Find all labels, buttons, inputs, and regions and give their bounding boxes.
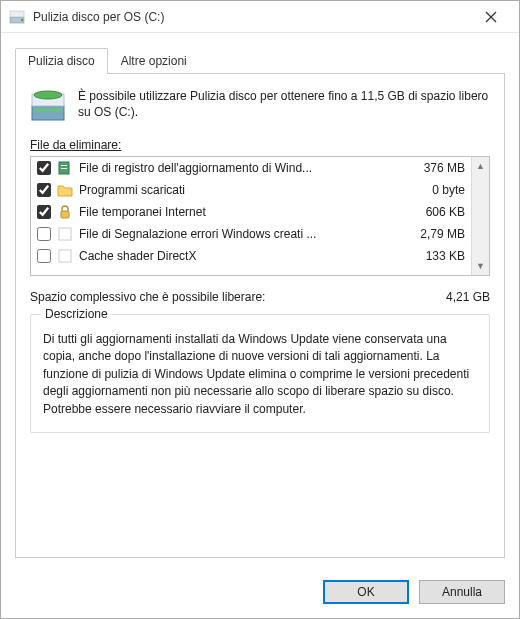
file-size: 133 KB bbox=[405, 249, 465, 263]
files-label: File da eliminare: bbox=[30, 138, 490, 152]
svg-point-7 bbox=[34, 91, 62, 99]
tab-more-options[interactable]: Altre opzioni bbox=[108, 48, 200, 74]
titlebar: Pulizia disco per OS (C:) bbox=[1, 1, 519, 33]
file-checkbox[interactable] bbox=[37, 227, 51, 241]
cancel-button[interactable]: Annulla bbox=[419, 580, 505, 604]
window-title: Pulizia disco per OS (C:) bbox=[33, 10, 471, 24]
close-button[interactable] bbox=[471, 3, 511, 31]
file-checkbox[interactable] bbox=[37, 183, 51, 197]
svg-rect-8 bbox=[34, 109, 62, 111]
file-checkbox[interactable] bbox=[37, 249, 51, 263]
ok-button[interactable]: OK bbox=[323, 580, 409, 604]
scrollbar[interactable]: ▲ ▼ bbox=[471, 157, 489, 275]
file-name: File di registro dell'aggiornamento di W… bbox=[79, 161, 399, 175]
description-body: Di tutti gli aggiornamenti installati da… bbox=[43, 331, 477, 418]
svg-rect-12 bbox=[61, 211, 69, 218]
file-row[interactable]: Cache shader DirectX133 KB bbox=[31, 245, 471, 267]
svg-rect-10 bbox=[61, 165, 67, 166]
button-row: OK Annulla bbox=[1, 570, 519, 618]
file-size: 2,79 MB bbox=[405, 227, 465, 241]
disk-icon bbox=[30, 88, 66, 124]
tab-disk-cleanup[interactable]: Pulizia disco bbox=[15, 48, 108, 74]
file-name: File temporanei Internet bbox=[79, 205, 399, 219]
svg-rect-13 bbox=[59, 228, 71, 240]
scroll-down-icon[interactable]: ▼ bbox=[472, 257, 489, 275]
description-group: Descrizione Di tutti gli aggiornamenti i… bbox=[30, 314, 490, 433]
file-row[interactable]: Programmi scaricati0 byte bbox=[31, 179, 471, 201]
file-list: File di registro dell'aggiornamento di W… bbox=[30, 156, 490, 276]
totals-value: 4,21 GB bbox=[446, 290, 490, 304]
file-row[interactable]: File temporanei Internet606 KB bbox=[31, 201, 471, 223]
file-row[interactable]: File di Segnalazione errori Windows crea… bbox=[31, 223, 471, 245]
tab-panel: È possibile utilizzare Pulizia disco per… bbox=[15, 74, 505, 558]
svg-rect-11 bbox=[61, 168, 67, 169]
tabs: Pulizia disco Altre opzioni bbox=[15, 47, 505, 74]
blank-icon bbox=[57, 248, 73, 264]
totals-label: Spazio complessivo che è possibile liber… bbox=[30, 290, 265, 304]
file-name: Cache shader DirectX bbox=[79, 249, 399, 263]
intro-row: È possibile utilizzare Pulizia disco per… bbox=[30, 88, 490, 124]
file-size: 606 KB bbox=[405, 205, 465, 219]
file-size: 0 byte bbox=[405, 183, 465, 197]
file-name: Programmi scaricati bbox=[79, 183, 399, 197]
description-legend: Descrizione bbox=[41, 307, 112, 321]
svg-rect-14 bbox=[59, 250, 71, 262]
doc-icon bbox=[57, 160, 73, 176]
intro-text: È possibile utilizzare Pulizia disco per… bbox=[78, 88, 490, 124]
file-name: File di Segnalazione errori Windows crea… bbox=[79, 227, 399, 241]
svg-rect-1 bbox=[10, 11, 24, 17]
scroll-up-icon[interactable]: ▲ bbox=[472, 157, 489, 175]
file-checkbox[interactable] bbox=[37, 161, 51, 175]
file-row[interactable]: File di registro dell'aggiornamento di W… bbox=[31, 157, 471, 179]
blank-icon bbox=[57, 226, 73, 242]
svg-rect-5 bbox=[32, 106, 64, 120]
file-size: 376 MB bbox=[405, 161, 465, 175]
app-icon bbox=[9, 9, 25, 25]
scroll-track[interactable] bbox=[472, 175, 489, 257]
file-checkbox[interactable] bbox=[37, 205, 51, 219]
svg-point-2 bbox=[21, 18, 23, 20]
totals-row: Spazio complessivo che è possibile liber… bbox=[30, 290, 490, 304]
lock-icon bbox=[57, 204, 73, 220]
folder-icon bbox=[57, 182, 73, 198]
